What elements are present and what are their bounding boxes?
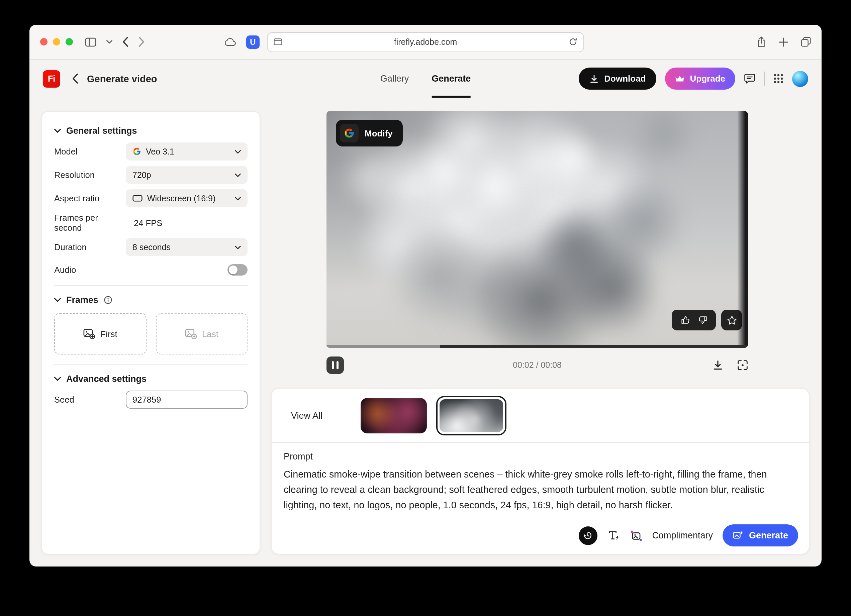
generate-button[interactable]: Generate (723, 524, 798, 547)
cloud-icon[interactable] (224, 37, 237, 47)
page-title: Generate video (87, 73, 157, 84)
sidebar-chevron-icon[interactable] (107, 39, 113, 44)
image-add-icon (185, 328, 197, 339)
model-dropdown[interactable]: Veo 3.1 (126, 143, 248, 161)
star-icon (726, 315, 737, 325)
audio-toggle[interactable] (227, 264, 248, 276)
history-icon (583, 530, 593, 541)
generation-thumbnail-2-selected[interactable] (436, 396, 507, 435)
header-back-button[interactable] (72, 74, 78, 84)
favorite-button[interactable] (721, 310, 742, 331)
info-icon[interactable] (104, 296, 113, 304)
video-progress-bar[interactable] (326, 345, 748, 348)
chevron-down-icon (54, 377, 61, 381)
chevron-down-icon (54, 128, 61, 133)
fps-label: Frames per second (54, 213, 127, 233)
aspect-ratio-dropdown[interactable]: Widescreen (16:9) (126, 189, 248, 207)
app-header: Fi Generate video Gallery Generate Downl… (29, 60, 822, 98)
thumbs-down-button[interactable] (698, 315, 708, 325)
new-tab-icon[interactable] (779, 37, 788, 47)
page-format-icon[interactable] (274, 38, 282, 45)
duration-dropdown[interactable]: 8 seconds (126, 238, 248, 256)
frames-header[interactable]: Frames (54, 295, 248, 305)
thumbs-up-button[interactable] (680, 315, 690, 325)
fps-value: 24 FPS (127, 218, 248, 228)
prompt-actions: Complimentary Generate (578, 524, 798, 547)
thumbnail-1-preview (361, 398, 427, 433)
resolution-label: Resolution (54, 170, 95, 180)
divider (54, 364, 248, 365)
browser-toolbar: U firefly.adobe.com (29, 25, 822, 60)
tab-generate[interactable]: Generate (432, 60, 471, 98)
generation-thumbnail-1[interactable] (361, 398, 427, 433)
prompt-label: Prompt (284, 451, 786, 461)
crown-icon (675, 75, 685, 82)
image-add-icon (83, 328, 95, 339)
thumbnail-2-preview (439, 399, 503, 432)
toggle-knob (229, 266, 238, 274)
chevron-down-icon (235, 173, 241, 177)
seed-label: Seed (54, 395, 74, 405)
audio-label: Audio (54, 265, 76, 275)
google-g-icon (132, 147, 141, 156)
first-frame-upload[interactable]: First (54, 313, 146, 355)
player-controls: 00:02 / 00:08 (326, 355, 748, 375)
prompt-card: View All Prompt Cinematic smoke-wipe tra… (271, 388, 809, 554)
generate-icon (733, 530, 744, 541)
window-controls (40, 38, 73, 45)
divider (54, 285, 248, 285)
chevron-down-icon (54, 297, 61, 302)
header-divider (764, 71, 765, 86)
seed-input[interactable] (126, 391, 248, 409)
reactions-pill (672, 310, 716, 331)
settings-panel: General settings Model Veo 3.1 Resolutio… (42, 111, 260, 554)
chevron-down-icon (235, 245, 241, 249)
sidebar-toggle-icon[interactable] (85, 37, 96, 47)
history-button[interactable] (578, 526, 597, 545)
model-label: Model (54, 146, 78, 156)
back-button[interactable] (122, 37, 128, 47)
text-prompt-icon[interactable] (607, 529, 619, 541)
address-bar[interactable]: firefly.adobe.com (267, 32, 584, 52)
last-frame-upload[interactable]: Last (156, 313, 248, 355)
general-settings-header[interactable]: General settings (54, 126, 248, 136)
minimize-window-button[interactable] (53, 38, 60, 45)
chevron-down-icon (235, 149, 241, 153)
complimentary-label: Complimentary (652, 530, 713, 541)
zoom-window-button[interactable] (66, 38, 73, 45)
extension-u-icon[interactable]: U (246, 35, 260, 48)
tab-overview-icon[interactable] (801, 37, 811, 47)
forward-button[interactable] (138, 37, 144, 47)
modify-button[interactable]: Modify (336, 120, 403, 146)
style-reference-icon[interactable] (629, 529, 642, 541)
chevron-down-icon (235, 196, 241, 200)
resolution-dropdown[interactable]: 720p (126, 166, 248, 184)
url-text[interactable]: firefly.adobe.com (282, 37, 569, 47)
video-canvas[interactable]: Modify (326, 111, 748, 348)
upgrade-button[interactable]: Upgrade (665, 68, 735, 90)
aspect-ratio-label: Aspect ratio (54, 193, 99, 203)
video-progress-played (326, 345, 440, 348)
advanced-settings-header[interactable]: Advanced settings (54, 374, 248, 384)
reload-icon[interactable] (569, 38, 577, 46)
share-icon[interactable] (757, 36, 766, 48)
widescreen-icon (132, 195, 143, 202)
browser-window: U firefly.adobe.com (29, 25, 822, 566)
user-avatar[interactable] (792, 71, 808, 87)
screen: U firefly.adobe.com (0, 0, 851, 616)
close-window-button[interactable] (40, 38, 48, 45)
generations-row: View All (272, 389, 809, 442)
firefly-logo[interactable]: Fi (43, 70, 60, 87)
download-icon (589, 74, 599, 83)
prompt-text[interactable]: Cinematic smoke-wipe transition between … (284, 467, 786, 513)
view-all-link[interactable]: View All (291, 410, 322, 421)
duration-label: Duration (54, 242, 87, 252)
center-tabs: Gallery Generate (380, 60, 471, 98)
download-button[interactable]: Download (579, 68, 656, 90)
playback-time: 00:02 / 00:08 (326, 361, 748, 370)
tab-gallery[interactable]: Gallery (380, 60, 409, 98)
apps-grid-icon[interactable] (773, 74, 783, 84)
google-g-icon (340, 124, 359, 143)
feedback-icon[interactable] (744, 73, 755, 84)
